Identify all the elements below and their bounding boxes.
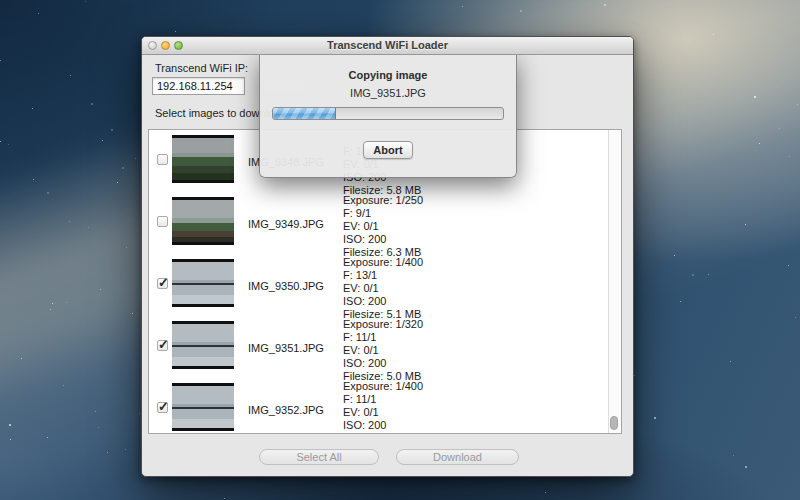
meta-iso: ISO: 200	[343, 357, 423, 370]
meta-exposure: Exposure: 1/400	[343, 256, 423, 269]
traffic-lights	[148, 41, 183, 50]
image-thumbnail	[172, 135, 234, 183]
window-titlebar[interactable]: Transcend WiFi Loader	[142, 37, 633, 55]
close-button[interactable]	[148, 41, 157, 50]
meta-f: F: 9/1	[343, 207, 423, 220]
image-filename: IMG_9352.JPG	[248, 404, 324, 416]
image-filename: IMG_9350.JPG	[248, 280, 324, 292]
image-metadata: Exposure: 1/320 F: 11/1 EV: 0/1 ISO: 200…	[343, 318, 423, 383]
sheet-filename: IMG_9351.JPG	[260, 87, 516, 99]
list-item: IMG_9350.JPG Exposure: 1/400 F: 13/1 EV:…	[150, 253, 608, 315]
select-all-button[interactable]: Select All	[259, 449, 379, 465]
minimize-button[interactable]	[161, 41, 170, 50]
meta-f: F: 11/1	[343, 393, 423, 406]
meta-f: F: 13/1	[343, 269, 423, 282]
desktop-background: Transcend WiFi IP: Select images to down…	[0, 0, 800, 500]
meta-ev: EV: 0/1	[343, 344, 423, 357]
meta-iso: ISO: 200	[343, 295, 423, 308]
ip-input[interactable]	[152, 77, 245, 95]
image-thumbnail	[172, 197, 234, 245]
image-filename: IMG_9349.JPG	[248, 218, 324, 230]
image-checkbox[interactable]	[157, 278, 168, 289]
meta-exposure: Exposure: 1/400	[343, 380, 423, 393]
image-thumbnail	[172, 383, 234, 431]
meta-iso: ISO: 200	[343, 419, 423, 432]
image-checkbox[interactable]	[157, 340, 168, 351]
progress-bar	[272, 107, 504, 120]
meta-iso: ISO: 200	[343, 233, 423, 246]
list-item: IMG_9352.JPG Exposure: 1/400 F: 11/1 EV:…	[150, 377, 608, 434]
meta-ev: EV: 0/1	[343, 282, 423, 295]
abort-button[interactable]: Abort	[363, 141, 413, 159]
meta-filesize: Filesize: 5.2 MB	[343, 432, 423, 434]
scrollbar-track[interactable]	[608, 130, 621, 433]
meta-f: F: 11/1	[343, 331, 423, 344]
list-item: IMG_9351.JPG Exposure: 1/320 F: 11/1 EV:…	[150, 315, 608, 377]
image-checkbox[interactable]	[157, 402, 168, 413]
meta-exposure: Exposure: 1/320	[343, 318, 423, 331]
meta-exposure: Exposure: 1/250	[343, 194, 423, 207]
image-metadata: Exposure: 1/250 F: 9/1 EV: 0/1 ISO: 200 …	[343, 194, 423, 259]
sheet-title: Copying image	[260, 69, 516, 81]
zoom-button[interactable]	[174, 41, 183, 50]
image-metadata: Exposure: 1/400 F: 11/1 EV: 0/1 ISO: 200…	[343, 380, 423, 434]
image-thumbnail	[172, 321, 234, 369]
image-thumbnail	[172, 259, 234, 307]
app-window: Transcend WiFi IP: Select images to down…	[141, 36, 634, 477]
window-title: Transcend WiFi Loader	[142, 37, 633, 54]
ip-label: Transcend WiFi IP:	[155, 62, 248, 74]
meta-ev: EV: 0/1	[343, 406, 423, 419]
progress-fill	[273, 108, 336, 119]
image-checkbox[interactable]	[157, 154, 168, 165]
image-metadata: Exposure: 1/400 F: 13/1 EV: 0/1 ISO: 200…	[343, 256, 423, 321]
download-button[interactable]: Download	[396, 449, 519, 465]
image-filename: IMG_9351.JPG	[248, 342, 324, 354]
list-item: IMG_9349.JPG Exposure: 1/250 F: 9/1 EV: …	[150, 191, 608, 253]
copy-progress-sheet: Copying image IMG_9351.JPG Abort	[259, 53, 517, 178]
image-checkbox[interactable]	[157, 216, 168, 227]
scrollbar-thumb[interactable]	[610, 416, 618, 430]
meta-ev: EV: 0/1	[343, 220, 423, 233]
